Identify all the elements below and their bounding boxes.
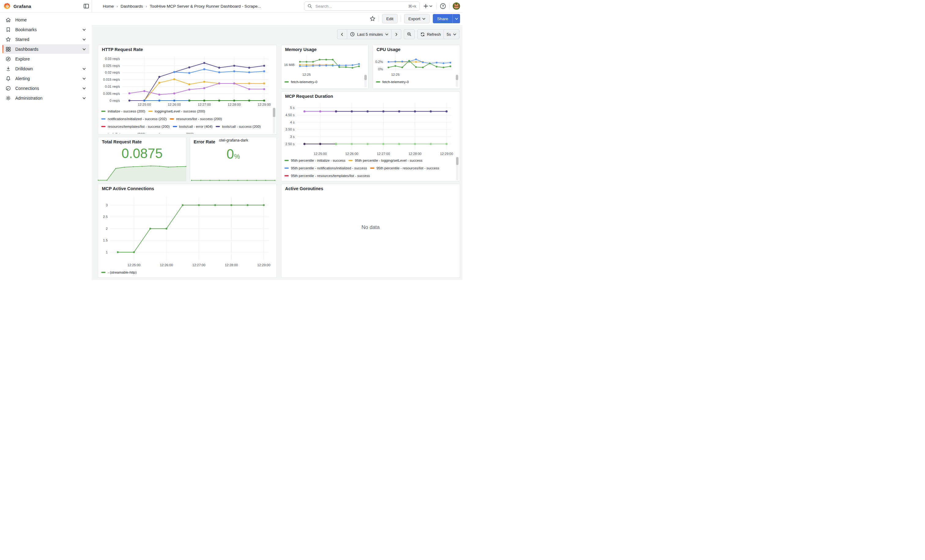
legend-item[interactable]: 95th percentile - resources/templates/li…	[285, 172, 370, 179]
legend-item[interactable]: unknown - success (200)	[148, 130, 194, 134]
time-range-group: Last 5 minutes	[337, 29, 401, 39]
connections-legend: - (streamable-http)	[101, 269, 270, 276]
legend-label: unknown - success (200)	[155, 132, 194, 134]
sidebar-item-drilldown[interactable]: Drilldown	[3, 64, 89, 74]
svg-text:12:25:00: 12:25:00	[313, 152, 327, 156]
sidebar-item-alerting[interactable]: Alerting	[3, 74, 89, 83]
chevron-down-icon[interactable]	[82, 67, 86, 71]
cpu-usage-chart[interactable]: 0.2%0%12:25	[374, 52, 456, 77]
sidebar-item-home[interactable]: Home	[3, 15, 89, 24]
legend-item[interactable]: - (streamable-http)	[101, 269, 137, 276]
refresh-button[interactable]: Refresh	[417, 30, 444, 39]
legend-item[interactable]: resources/templates/list - success (200)	[101, 123, 170, 130]
edit-button[interactable]: Edit	[382, 14, 398, 23]
mcp-request-duration-chart[interactable]: 5 s4.50 s4 s3.50 s3 s2.50 s12:25:0012:26…	[283, 101, 456, 156]
breadcrumb-item[interactable]: Dashboards	[121, 4, 143, 9]
search-input[interactable]: ⌘+k	[304, 2, 420, 11]
svg-text:4.50 s: 4.50 s	[285, 113, 295, 117]
chevron-down-icon[interactable]	[82, 47, 86, 51]
legend-item[interactable]: 95th percentile - initialize - success	[285, 156, 345, 164]
legend-scrollbar[interactable]	[456, 74, 458, 87]
panel-title[interactable]: Total Request Rate	[102, 140, 142, 144]
star-icon	[5, 36, 11, 42]
legend-item[interactable]: 95th percentile - logging/setLevel - suc…	[348, 156, 422, 164]
breadcrumb-item[interactable]: ToolHive MCP Server & Proxy Runner Dashb…	[150, 4, 261, 9]
legend-label: tools/call - error (404)	[179, 125, 212, 128]
panel-title[interactable]: Error Rate	[194, 140, 215, 144]
legend-swatch	[285, 168, 289, 169]
legend-item[interactable]: logging/setLevel - success (200)	[148, 107, 205, 115]
legend-item[interactable]: tools/call - success (200)	[215, 123, 261, 130]
sidebar-collapse-icon[interactable]	[83, 3, 89, 9]
legend-scrollbar[interactable]	[456, 156, 458, 180]
panel-title[interactable]: MCP Active Connections	[102, 186, 154, 191]
svg-text:12:29:00: 12:29:00	[440, 152, 453, 156]
toolbar-divider	[379, 16, 379, 22]
sidebar-item-bookmarks[interactable]: Bookmarks	[3, 25, 89, 34]
user-avatar[interactable]	[453, 3, 460, 10]
dashboard-content: Last 5 minutes Refresh 5s HTTP Reques	[92, 25, 462, 280]
share-button[interactable]: Share	[433, 14, 452, 23]
add-new-button[interactable]	[423, 2, 433, 11]
chevron-down-icon	[453, 33, 456, 36]
legend-item[interactable]: 95th percentile - notifications/initiali…	[285, 164, 367, 172]
panel-title[interactable]: HTTP Request Rate	[102, 47, 143, 52]
export-button[interactable]: Export	[404, 14, 430, 23]
error-rate-sparkline[interactable]	[190, 177, 277, 181]
zoom-out-button[interactable]	[404, 30, 414, 39]
sidebar-item-starred[interactable]: Starred	[3, 35, 89, 44]
svg-text:1.5: 1.5	[103, 239, 108, 242]
panel-title[interactable]: Memory Usage	[285, 47, 316, 52]
time-range-picker[interactable]: Last 5 minutes	[347, 30, 391, 39]
svg-text:0.005 req/s: 0.005 req/s	[103, 92, 120, 95]
sidebar-item-dashboards[interactable]: Dashboards	[3, 44, 89, 54]
connections-icon	[5, 85, 11, 92]
error-rate-value: 0%	[190, 146, 277, 162]
sidebar-item-administration[interactable]: Administration	[3, 93, 89, 103]
help-icon[interactable]: ?	[440, 2, 446, 11]
chevron-down-icon[interactable]	[82, 27, 86, 32]
share-menu-button[interactable]	[452, 14, 460, 23]
no-data-message: No data	[282, 224, 460, 230]
breadcrumb-item[interactable]: Home	[103, 4, 114, 9]
legend-item[interactable]: notifications/initialized - success (202…	[101, 115, 167, 123]
svg-text:0 req/s: 0 req/s	[110, 99, 120, 102]
time-shift-forward-button[interactable]	[391, 30, 401, 39]
chevron-down-icon[interactable]	[82, 86, 86, 90]
dashboard-toolbar: Edit Export Share	[92, 12, 462, 25]
panel-title[interactable]: MCP Request Duration	[285, 94, 333, 99]
chevron-down-icon[interactable]	[82, 96, 86, 100]
sidebar-item-explore[interactable]: Explore	[3, 54, 89, 64]
legend-item[interactable]: initialize - success (200)	[101, 107, 145, 115]
refresh-interval-picker[interactable]: 5s	[443, 30, 459, 39]
mcp-active-connections-chart[interactable]: 11.522.5312:25:0012:26:0012:27:0012:28:0…	[100, 194, 273, 267]
legend-swatch	[376, 81, 380, 83]
panel-title[interactable]: Active Goroutines	[285, 186, 323, 191]
legend-swatch	[148, 134, 153, 134]
time-shift-back-button[interactable]	[337, 30, 347, 39]
http-request-rate-chart[interactable]: 0 req/s0.005 req/s0.01 req/s0.015 req/s0…	[100, 54, 273, 107]
sidebar-item-connections[interactable]: Connections	[3, 83, 89, 93]
panel-mcp-request-duration: MCP Request Duration 5 s4.50 s4 s3.50 s3…	[281, 92, 460, 181]
svg-text:0.015 req/s: 0.015 req/s	[103, 78, 120, 81]
panel-title[interactable]: CPU Usage	[377, 47, 401, 52]
search-text-field[interactable]	[315, 4, 405, 9]
chevron-down-icon[interactable]	[82, 37, 86, 42]
legend-scrollbar[interactable]	[273, 107, 275, 134]
total-request-rate-sparkline[interactable]	[98, 163, 186, 181]
memory-usage-chart[interactable]: 16 MiB12:25	[283, 52, 365, 77]
legend-item[interactable]: 95th percentile - resources/list - succe…	[370, 164, 439, 172]
legend-item[interactable]: resources/list - success (200)	[170, 115, 222, 123]
chevron-down-icon[interactable]	[82, 77, 86, 81]
toolbar-divider	[401, 16, 401, 22]
legend-item[interactable]: fetch-telemetry-0	[376, 78, 409, 86]
legend-item[interactable]: tools/list - success (200)	[101, 130, 145, 134]
legend-label: - (streamable-http)	[108, 270, 137, 274]
legend-item[interactable]: fetch-telemetry-0	[285, 78, 317, 86]
legend-item[interactable]: tools/call - error (404)	[173, 123, 212, 130]
legend-scrollbar[interactable]	[364, 74, 367, 87]
favorite-star-icon[interactable]	[369, 14, 376, 23]
svg-text:12:25: 12:25	[302, 73, 311, 77]
duration-legend: 95th percentile - initialize - success95…	[285, 156, 453, 180]
grafana-logo-icon[interactable]	[4, 3, 11, 10]
